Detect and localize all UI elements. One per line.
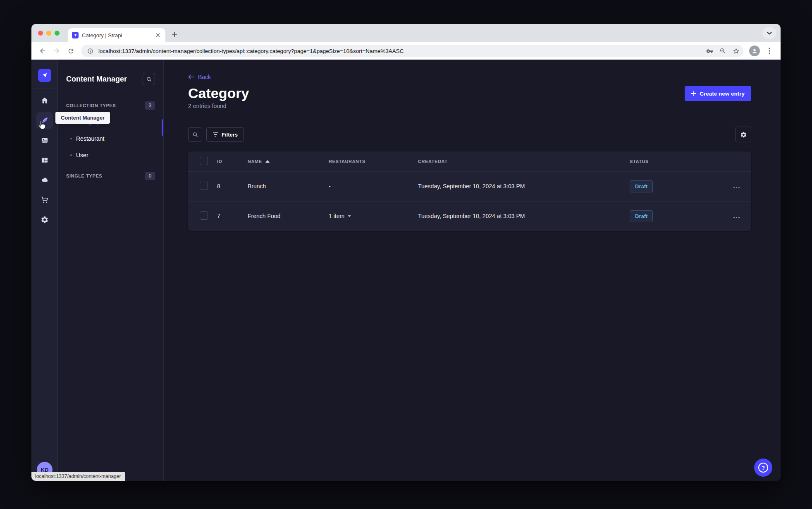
- status-badge: Draft: [630, 180, 653, 192]
- strapi-favicon: [72, 32, 79, 38]
- url-text: localhost:1337/admin/content-manager/col…: [98, 48, 701, 54]
- select-all-checkbox[interactable]: [200, 157, 208, 165]
- collection-types-label: COLLECTION TYPES: [66, 103, 116, 108]
- site-info-icon[interactable]: [85, 46, 95, 56]
- media-library-icon[interactable]: [36, 132, 53, 149]
- table-search-icon[interactable]: [188, 127, 202, 142]
- header-name[interactable]: NAME: [248, 159, 329, 164]
- cloud-icon[interactable]: [36, 172, 53, 188]
- single-types-count-badge: 0: [145, 172, 155, 180]
- filters-label: Filters: [222, 132, 238, 138]
- browser-toolbar: localhost:1337/admin/content-manager/col…: [31, 42, 781, 60]
- content-type-builder-icon[interactable]: [36, 152, 53, 168]
- sidebar-item-user[interactable]: User: [58, 147, 163, 163]
- create-new-entry-label: Create new entry: [700, 91, 745, 97]
- list-actionbar: Filters: [188, 127, 751, 142]
- header-status[interactable]: STATUS: [630, 151, 712, 171]
- content-manager-icon[interactable]: [36, 112, 53, 129]
- sidebar-item-restaurant[interactable]: Restaurant: [58, 130, 163, 147]
- close-window-button[interactable]: [38, 31, 43, 36]
- browser-menu-icon[interactable]: [763, 45, 776, 57]
- subnav-scrollbar[interactable]: [162, 119, 163, 136]
- table-row[interactable]: 8 Brunch - Tuesday, September 10, 2024 a…: [188, 171, 751, 201]
- settings-gear-icon[interactable]: [36, 211, 53, 228]
- tab-strip: Category | Strapi: [31, 24, 781, 42]
- entries-count: 2 entries found: [188, 103, 751, 109]
- row-checkbox[interactable]: [200, 211, 208, 220]
- bullet-icon: [70, 154, 72, 156]
- cell-restaurants: -: [329, 171, 418, 201]
- link-preview-statusbar: localhost:1337/admin/content-manager: [31, 472, 125, 481]
- entries-table: ID NAME RESTAURANTS CREATEDAT STATUS: [188, 151, 751, 231]
- marketplace-cart-icon[interactable]: [36, 192, 53, 208]
- navbar-divider: [31, 89, 57, 89]
- browser-tab[interactable]: Category | Strapi: [68, 28, 165, 42]
- row-checkbox[interactable]: [200, 182, 208, 190]
- create-new-entry-button[interactable]: Create new entry: [685, 86, 751, 101]
- url-bar[interactable]: localhost:1337/admin/content-manager/col…: [81, 45, 743, 57]
- tab-search-chevron-icon[interactable]: [762, 27, 776, 39]
- row-actions-menu-icon[interactable]: [733, 217, 740, 218]
- single-types-label: SINGLE TYPES: [66, 173, 102, 178]
- table-header-row: ID NAME RESTAURANTS CREATEDAT STATUS: [188, 151, 751, 171]
- cell-createdat: Tuesday, September 10, 2024 at 3:03 PM: [418, 201, 630, 231]
- main-navigation: KD: [31, 60, 58, 481]
- header-restaurants[interactable]: RESTAURANTS: [329, 151, 418, 171]
- main-content: Back Category Create new entry 2 entries…: [164, 60, 781, 481]
- browser-profile-avatar[interactable]: [749, 46, 760, 56]
- entries-table-card: ID NAME RESTAURANTS CREATEDAT STATUS: [188, 151, 751, 231]
- forward-icon[interactable]: [50, 45, 63, 57]
- header-id[interactable]: ID: [217, 151, 248, 171]
- back-label: Back: [198, 74, 211, 80]
- sort-ascending-icon: [265, 160, 270, 163]
- search-icon[interactable]: [143, 73, 155, 85]
- back-icon[interactable]: [36, 45, 49, 57]
- reload-icon[interactable]: [64, 45, 77, 57]
- header-createdat[interactable]: CREATEDAT: [418, 151, 630, 171]
- row-actions-menu-icon[interactable]: [733, 187, 740, 188]
- cell-id: 7: [217, 201, 248, 231]
- bullet-icon: [70, 138, 72, 139]
- tab-title: Category | Strapi: [82, 32, 155, 38]
- subnav-divider: [66, 93, 76, 93]
- back-link[interactable]: Back: [188, 74, 211, 80]
- status-badge: Draft: [630, 210, 653, 222]
- password-key-icon[interactable]: [705, 46, 714, 56]
- question-mark-icon: ?: [758, 463, 768, 473]
- strapi-logo[interactable]: [38, 69, 51, 82]
- sidebar-item-label: User: [76, 152, 88, 158]
- tab-close-icon[interactable]: [155, 32, 161, 38]
- tooltip: Content Manager: [55, 112, 110, 124]
- cell-name: French Food: [248, 201, 329, 231]
- page-title: Category: [188, 85, 249, 101]
- strapi-app: KD Content Manager Content Manager COLLE…: [31, 60, 781, 481]
- window-controls: [38, 31, 60, 36]
- chevron-down-icon: [348, 215, 351, 217]
- zoom-window-button[interactable]: [55, 31, 60, 36]
- cell-createdat: Tuesday, September 10, 2024 at 3:03 PM: [418, 171, 630, 201]
- new-tab-button[interactable]: [169, 29, 180, 41]
- help-button[interactable]: ?: [754, 459, 772, 477]
- cell-name: Brunch: [248, 171, 329, 201]
- bookmark-star-icon[interactable]: [731, 46, 741, 56]
- filters-button[interactable]: Filters: [206, 127, 244, 142]
- zoom-page-icon[interactable]: [718, 46, 728, 56]
- browser-window: Category | Strapi localhost:1337/admin/c…: [31, 24, 781, 481]
- minimize-window-button[interactable]: [46, 31, 51, 36]
- cell-id: 8: [217, 171, 248, 201]
- home-icon[interactable]: [36, 92, 53, 109]
- view-settings-gear-icon[interactable]: [736, 127, 751, 142]
- table-row[interactable]: 7 French Food 1 item Tuesday, September …: [188, 201, 751, 231]
- filter-icon: [213, 132, 218, 137]
- collection-types-count-badge: 3: [145, 101, 155, 110]
- sidebar-item-label: Restaurant: [76, 135, 104, 142]
- relation-count-toggle[interactable]: 1 item: [329, 213, 418, 219]
- subnav-title: Content Manager: [66, 75, 127, 84]
